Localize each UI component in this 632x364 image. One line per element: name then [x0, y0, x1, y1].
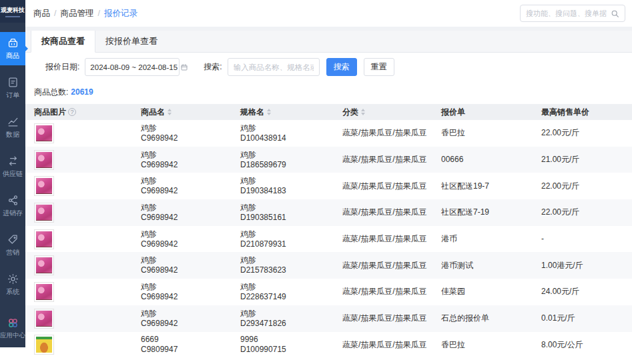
quote-sheet-cell: 香巴拉	[432, 128, 533, 138]
spec-name: 鸡胗	[240, 282, 334, 292]
category-cell: 蔬菜/茄果瓜豆/茄果瓜豆	[334, 234, 432, 244]
sort-icon[interactable]	[168, 109, 172, 115]
spec-code: D190384183	[240, 186, 334, 196]
spec-code: D190385161	[240, 213, 334, 223]
quote-sheet-cell: 佳菜园	[432, 287, 533, 297]
table-body: 鸡胗 C9698942 鸡胗 D100438914 蔬菜/茄果瓜豆/茄果瓜豆	[25, 120, 632, 358]
product-image-cell	[25, 335, 132, 355]
product-search-input[interactable]	[228, 58, 320, 76]
order-icon	[7, 76, 19, 89]
max-price-cell: 1.00港元/斤	[533, 261, 632, 271]
col-max-price: 最高销售单价	[533, 107, 632, 118]
sidebar-item-label: 营销	[6, 248, 19, 257]
product-image[interactable]	[34, 176, 54, 196]
quote-sheet: 港币	[441, 234, 457, 243]
product-image[interactable]	[34, 123, 54, 143]
category: 蔬菜/茄果瓜豆/茄果瓜豆	[342, 340, 427, 349]
category: 蔬菜/茄果瓜豆/茄果瓜豆	[342, 128, 427, 137]
breadcrumb-item[interactable]: 商品管理	[60, 8, 93, 19]
max-price: 22.00元/斤	[541, 181, 579, 191]
spec-name: 鸡胗	[240, 255, 334, 265]
app-center-icon	[7, 317, 19, 329]
product-image[interactable]	[34, 203, 54, 223]
quote-sheet-cell: 社区配送19-7	[432, 181, 533, 191]
sidebar-item-orders[interactable]: 订单	[0, 71, 25, 105]
breadcrumb-separator: /	[97, 9, 99, 18]
max-price: 8.00元/公斤	[541, 340, 583, 349]
help-icon[interactable]	[68, 108, 76, 116]
col-product-name[interactable]: 商品名	[132, 107, 232, 118]
sidebar-item-goods[interactable]: 商品	[0, 32, 25, 65]
col-category[interactable]: 分类	[334, 107, 432, 118]
global-search-input[interactable]	[526, 9, 611, 17]
sidebar-item-marketing[interactable]: 营销	[0, 229, 25, 262]
column-label: 最高销售单价	[541, 107, 589, 118]
total-count-value[interactable]: 20619	[71, 87, 93, 97]
calendar-icon	[180, 63, 188, 71]
total-count-label: 商品总数:	[34, 87, 68, 97]
app-window: 观麦科技 商品 订单 数据 供应链 进销存	[0, 0, 632, 347]
inventory-icon	[7, 194, 19, 207]
reset-button[interactable]: 重置	[364, 58, 394, 76]
sidebar-item-label: 供应链	[3, 169, 23, 179]
max-price: 1.00港元/斤	[541, 261, 583, 270]
tab-by-product[interactable]: 按商品查看	[31, 31, 95, 53]
table-row: 鸡胗 C9698942 鸡胗 D215783623 蔬菜/茄果瓜豆/茄果瓜豆	[25, 252, 632, 279]
product-name: 鸡胗	[141, 176, 232, 186]
search-button[interactable]: 搜索	[326, 58, 357, 76]
basket-icon	[7, 37, 19, 49]
column-label: 商品图片	[34, 107, 66, 118]
chart-icon	[7, 115, 19, 128]
category-cell: 蔬菜/茄果瓜豆/茄果瓜豆	[334, 340, 432, 350]
date-range-picker[interactable]: 2024-08-09 ~ 2024-08-15	[85, 58, 180, 76]
product-image[interactable]	[34, 255, 54, 275]
category: 蔬菜/茄果瓜豆/茄果瓜豆	[342, 181, 427, 191]
product-code: C9698942	[141, 239, 232, 249]
brand-logo[interactable]: 观麦科技	[0, 0, 25, 23]
spec-name-cell: 鸡胗 D228637149	[232, 282, 334, 302]
max-price: 24.00元/斤	[541, 287, 579, 296]
table-row: 鸡胗 C9698942 鸡胗 D293471826 蔬菜/茄果瓜豆/茄果瓜豆	[25, 305, 632, 332]
quote-sheet: 社区配送19-7	[441, 181, 489, 191]
product-image[interactable]	[34, 229, 54, 249]
product-name: 鸡胗	[141, 229, 232, 239]
category-cell: 蔬菜/茄果瓜豆/茄果瓜豆	[334, 181, 432, 191]
sidebar-item-system[interactable]: 系统	[0, 268, 25, 301]
sort-icon[interactable]	[361, 109, 365, 115]
max-price: 22.00元/斤	[541, 207, 579, 217]
category: 蔬菜/茄果瓜豆/茄果瓜豆	[342, 313, 427, 323]
table-row: 6669 C9809947 9996 D100990715 蔬菜/茄果瓜豆/茄果…	[25, 332, 632, 359]
sidebar-item-inventory[interactable]: 进销存	[0, 189, 25, 223]
table-row: 鸡胗 C9698942 鸡胗 D186589679 蔬菜/茄果瓜豆/茄果瓜豆	[25, 147, 632, 173]
sidebar-item-label: 商品	[6, 51, 19, 61]
max-price-cell: 22.00元/斤	[533, 128, 632, 138]
product-image[interactable]	[34, 309, 54, 329]
table-row: 鸡胗 C9698942 鸡胗 D190384183 蔬菜/茄果瓜豆/茄果瓜豆	[25, 173, 632, 199]
sidebar-item-label: 系统	[6, 287, 19, 297]
spec-code: D100438914	[240, 133, 334, 143]
product-name-cell: 鸡胗 C9698942	[132, 203, 232, 223]
summary-bar: 商品总数:20619	[25, 81, 632, 104]
sort-icon[interactable]	[267, 109, 271, 115]
product-name-cell: 鸡胗 C9698942	[132, 255, 232, 275]
breadcrumb-item[interactable]: 商品	[33, 8, 50, 19]
sidebar-item-app-center[interactable]: 应用中心	[0, 311, 25, 345]
product-image[interactable]	[34, 150, 54, 170]
product-image[interactable]	[34, 282, 54, 302]
product-name-cell: 鸡胗 C9698942	[132, 282, 232, 302]
global-search[interactable]	[520, 5, 625, 22]
brand-tagline	[5, 16, 20, 17]
tab-by-quote-sheet[interactable]: 按报价单查看	[95, 31, 168, 52]
sidebar-item-supply-chain[interactable]: 供应链	[0, 150, 25, 183]
spec-name-cell: 鸡胗 D215783623	[232, 255, 334, 275]
sidebar-item-data[interactable]: 数据	[0, 111, 25, 144]
product-name-cell: 鸡胗 C9698942	[132, 309, 232, 329]
col-spec-name[interactable]: 规格名	[232, 107, 334, 118]
breadcrumb-current: 报价记录	[104, 8, 137, 19]
quote-sheet-cell: 香巴拉	[432, 340, 533, 350]
sidebar-nav: 商品 订单 数据 供应链 进销存 营销	[0, 23, 25, 347]
product-image-cell	[25, 150, 132, 170]
product-image[interactable]	[34, 335, 54, 355]
max-price-cell: 8.00元/公斤	[533, 340, 632, 350]
max-price: 22.00元/斤	[541, 128, 579, 137]
